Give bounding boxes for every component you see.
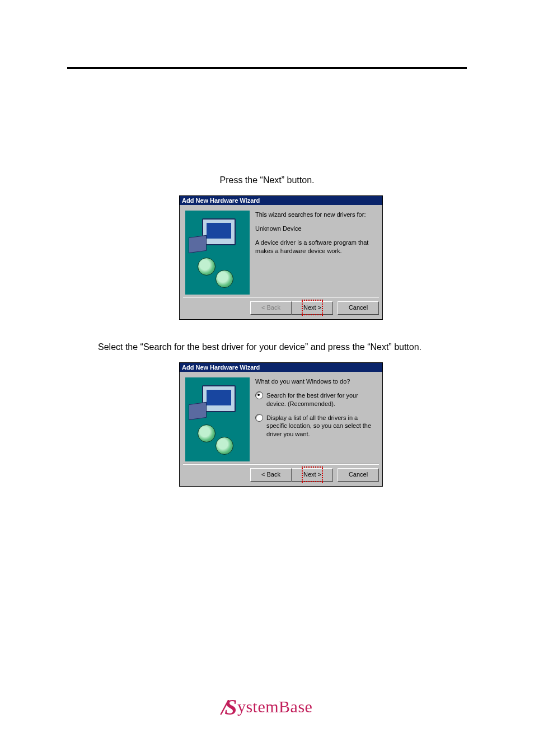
header-spacer (0, 0, 534, 67)
content-area: Press the “Next” button. Add New Hardwar… (0, 175, 534, 487)
next-button-highlight: Next > (303, 302, 321, 313)
next-button[interactable]: Next > (292, 468, 333, 482)
floppy-icon (189, 235, 207, 253)
wizard-dialog-2: Add New Hardware Wizard What do you want… (179, 362, 383, 487)
cd-icon (216, 437, 233, 455)
wizard2-body: What do you want Windows to do? Search f… (180, 372, 382, 464)
cancel-button-label: Cancel (349, 471, 368, 478)
radio-option-search[interactable]: Search for the best driver for your devi… (255, 391, 377, 408)
wizard1-art-panel (185, 211, 250, 295)
wizard2-button-row: < Back Next > Cancel (180, 465, 382, 486)
floppy-icon (189, 402, 207, 420)
radio-icon-unchecked (255, 414, 263, 422)
radio-label-list: Display a list of all the drivers in a s… (266, 414, 377, 439)
wizard2-titlebar: Add New Hardware Wizard (180, 363, 382, 372)
logo-initial: S (224, 694, 237, 720)
wizard1-body: This wizard searches for new drivers for… (180, 205, 382, 297)
brand-logo: /SystemBase (222, 697, 313, 716)
cancel-button-label: Cancel (349, 304, 368, 311)
wizard1-description: A device driver is a software program th… (255, 239, 377, 255)
cancel-button[interactable]: Cancel (338, 301, 379, 315)
back-button: < Back (250, 301, 292, 315)
back-button[interactable]: < Back (250, 468, 292, 482)
caption-step2: Select the “Search for the best driver f… (98, 342, 467, 352)
next-button-highlight: Next > (303, 469, 321, 480)
caption-step1: Press the “Next” button. (67, 175, 467, 185)
cd-icon (198, 258, 216, 276)
wizard2-question: What do you want Windows to do? (255, 377, 377, 386)
cancel-button[interactable]: Cancel (338, 468, 379, 482)
back-button-label: < Back (261, 304, 280, 311)
header-rule (67, 67, 467, 69)
next-button[interactable]: Next > (292, 301, 333, 315)
cd-icon (198, 424, 216, 442)
wizard-dialog-1: Add New Hardware Wizard This wizard sear… (179, 195, 383, 320)
monitor-icon (202, 385, 236, 412)
wizard2-art-panel (185, 377, 250, 461)
document-page: Press the “Next” button. Add New Hardwar… (0, 0, 534, 743)
radio-option-list[interactable]: Display a list of all the drivers in a s… (255, 414, 377, 439)
monitor-icon (202, 218, 236, 245)
radio-label-search: Search for the best driver for your devi… (266, 391, 377, 408)
next-button-label: Next > (303, 304, 321, 311)
wizard1-button-row: < Back Next > Cancel (180, 298, 382, 319)
wizard1-device-name: Unknown Device (255, 225, 377, 233)
page-footer: /SystemBase (0, 694, 534, 743)
wizard1-text-panel: This wizard searches for new drivers for… (255, 211, 377, 295)
wizard1-titlebar: Add New Hardware Wizard (180, 196, 382, 205)
logo-text: ystemBase (237, 697, 312, 716)
wizard2-text-panel: What do you want Windows to do? Search f… (255, 377, 377, 461)
next-button-label: Next > (303, 471, 321, 478)
wizard1-line1: This wizard searches for new drivers for… (255, 211, 377, 219)
back-button-label: < Back (261, 471, 280, 478)
cd-icon (216, 270, 233, 288)
radio-icon-checked (255, 391, 263, 399)
